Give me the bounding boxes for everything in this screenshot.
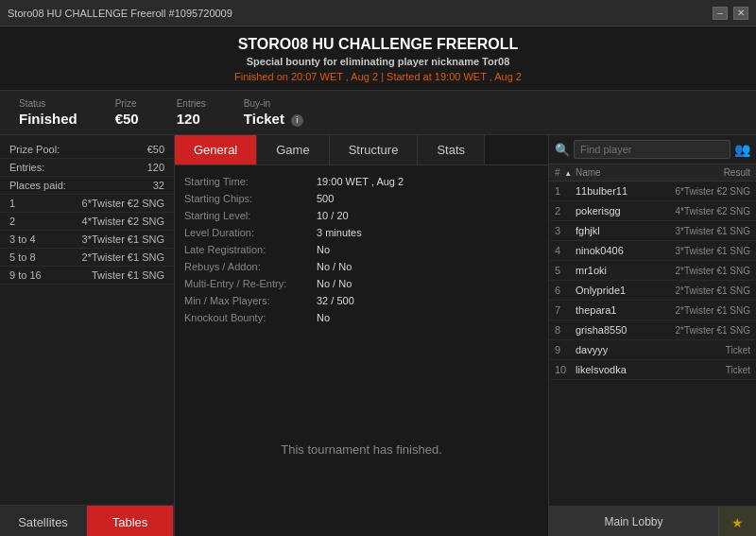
places-paid-value: 32: [153, 180, 164, 191]
player-row[interactable]: 9 davyyy Ticket: [549, 340, 756, 360]
tournament-subtitle: Special bounty for eliminating player ni…: [0, 56, 756, 67]
tab-game[interactable]: Game: [257, 135, 329, 164]
player-name: mr1oki: [576, 265, 675, 276]
player-name: thepara1: [576, 304, 675, 316]
center-panel: GeneralGameStructureStats Starting Time:…: [175, 135, 548, 536]
game-info-value: 10 / 20: [317, 210, 349, 221]
prize-place: 5 to 8: [9, 251, 36, 263]
game-info-row: Knockout Bounty:No: [184, 309, 539, 326]
player-name: pokerisgg: [576, 205, 675, 216]
finished-on-label: Finished on: [234, 71, 288, 82]
game-info-row: Late Registration:No: [184, 241, 539, 258]
player-num: 6: [555, 285, 576, 296]
prize-label: Prize: [115, 98, 139, 109]
status-value: Finished: [19, 111, 77, 127]
entries-item: Entries 120: [177, 98, 206, 127]
prize-list-row: 5 to 82*Twister €1 SNG: [0, 249, 174, 267]
right-footer: Main Lobby ★: [549, 506, 756, 536]
tournament-times: Finished on 20:07 WET , Aug 2 | Started …: [0, 71, 756, 82]
close-button[interactable]: ✕: [733, 7, 748, 20]
player-row[interactable]: 1 11bulber11 6*Twister €2 SNG: [549, 182, 756, 201]
tab-general[interactable]: General: [175, 135, 257, 164]
game-info-label: Starting Level:: [184, 210, 317, 221]
prize-place: 3 to 4: [9, 233, 36, 245]
player-result: 2*Twister €1 SNG: [675, 285, 750, 296]
player-result: 4*Twister €2 SNG: [675, 206, 750, 216]
player-row[interactable]: 7 thepara1 2*Twister €1 SNG: [549, 301, 756, 320]
prize-value: €50: [115, 111, 139, 127]
game-info-label: Min / Max Players:: [184, 295, 317, 306]
player-result: 3*Twister €1 SNG: [675, 246, 750, 256]
player-result: 2*Twister €1 SNG: [675, 325, 750, 336]
entries-label-left: Entries:: [9, 162, 44, 173]
game-info-value: No: [317, 244, 330, 255]
game-info-value: No / No: [317, 261, 352, 272]
tab-structure[interactable]: Structure: [330, 135, 419, 164]
tab-content: Starting Time:19:00 WET , Aug 2Starting …: [175, 165, 548, 360]
buyin-value: Ticket i: [244, 111, 303, 127]
left-panel: Prize Pool: €50 Entries: 120 Places paid…: [0, 135, 175, 536]
player-row[interactable]: 10 likelsvodka Ticket: [549, 360, 756, 380]
game-info-row: Starting Time:19:00 WET , Aug 2: [184, 173, 539, 190]
started-time: 19:00 WET , Aug 2: [435, 71, 522, 82]
status-label: Status: [19, 98, 77, 109]
player-result: 6*Twister €2 SNG: [675, 186, 750, 197]
col-result-header: Result: [675, 167, 750, 178]
window-controls: – ✕: [713, 7, 748, 20]
prize-amount: 4*Twister €2 SNG: [82, 216, 164, 227]
player-result: 2*Twister €1 SNG: [675, 305, 750, 316]
entries-value: 120: [177, 111, 200, 127]
started-at-label: Started at: [387, 71, 432, 82]
title-bar: Storo08 HU CHALLENGE Freeroll #109572000…: [0, 0, 756, 26]
minimize-button[interactable]: –: [713, 7, 728, 20]
player-num: 7: [555, 304, 576, 316]
player-num: 5: [555, 265, 576, 276]
finished-time: 20:07 WET , Aug 2: [291, 71, 378, 82]
tab-stats[interactable]: Stats: [418, 135, 485, 164]
buyin-label: Buy-in: [244, 98, 303, 109]
tournament-header: STORO08 HU CHALLENGE FREEROLL Special bo…: [0, 26, 756, 91]
player-result: Ticket: [675, 365, 750, 375]
prize-amount: 3*Twister €1 SNG: [82, 233, 164, 245]
prize-place: 2: [9, 216, 15, 227]
player-row[interactable]: 2 pokerisgg 4*Twister €2 SNG: [549, 201, 756, 221]
player-row[interactable]: 5 mr1oki 2*Twister €1 SNG: [549, 261, 756, 281]
game-info-value: 19:00 WET , Aug 2: [317, 176, 404, 187]
game-info-row: Level Duration:3 minutes: [184, 224, 539, 241]
tables-button[interactable]: Tables: [87, 506, 174, 536]
game-info-value: No: [317, 312, 330, 323]
player-row[interactable]: 4 ninok0406 3*Twister €1 SNG: [549, 241, 756, 261]
buyin-info-icon[interactable]: i: [291, 114, 303, 127]
main-lobby-button[interactable]: Main Lobby: [549, 507, 718, 536]
game-info-value: 500: [317, 193, 334, 204]
entries-value-left: 120: [147, 162, 164, 173]
game-info-value: 32 / 500: [317, 295, 354, 306]
player-name: likelsvodka: [576, 364, 675, 375]
prize-amount: Twister €1 SNG: [92, 269, 164, 281]
player-num: 10: [555, 364, 576, 375]
player-result: Ticket: [675, 345, 750, 355]
search-input[interactable]: [574, 140, 730, 159]
add-player-icon[interactable]: 👥: [734, 142, 750, 157]
player-num: 4: [555, 245, 576, 256]
satellites-button[interactable]: Satellites: [0, 506, 87, 536]
game-info-row: Multi-Entry / Re-Entry:No / No: [184, 275, 539, 292]
search-bar: 🔍 👥: [549, 135, 756, 164]
game-info-value: 3 minutes: [317, 227, 362, 238]
window-title: Storo08 HU CHALLENGE Freeroll #109572000…: [8, 8, 232, 19]
prize-pool-row: Prize Pool: €50: [0, 141, 174, 159]
player-row[interactable]: 6 Onlypride1 2*Twister €1 SNG: [549, 281, 756, 301]
player-row[interactable]: 8 grisha8550 2*Twister €1 SNG: [549, 320, 756, 340]
favorite-button[interactable]: ★: [718, 507, 756, 536]
player-result: 2*Twister €1 SNG: [675, 266, 750, 276]
game-info-label: Rebuys / Addon:: [184, 261, 317, 272]
game-info-row: Min / Max Players:32 / 500: [184, 292, 539, 309]
prize-list-row: 3 to 43*Twister €1 SNG: [0, 231, 174, 249]
tournament-title: STORO08 HU CHALLENGE FREEROLL: [0, 36, 756, 53]
player-name: ninok0406: [576, 245, 675, 256]
player-row[interactable]: 3 fghjkl 3*Twister €1 SNG: [549, 221, 756, 241]
game-info-row: Starting Chips:500: [184, 190, 539, 207]
tab-bar: GeneralGameStructureStats: [175, 135, 548, 165]
places-paid-row: Places paid: 32: [0, 177, 174, 195]
game-info-value: No / No: [317, 278, 352, 289]
